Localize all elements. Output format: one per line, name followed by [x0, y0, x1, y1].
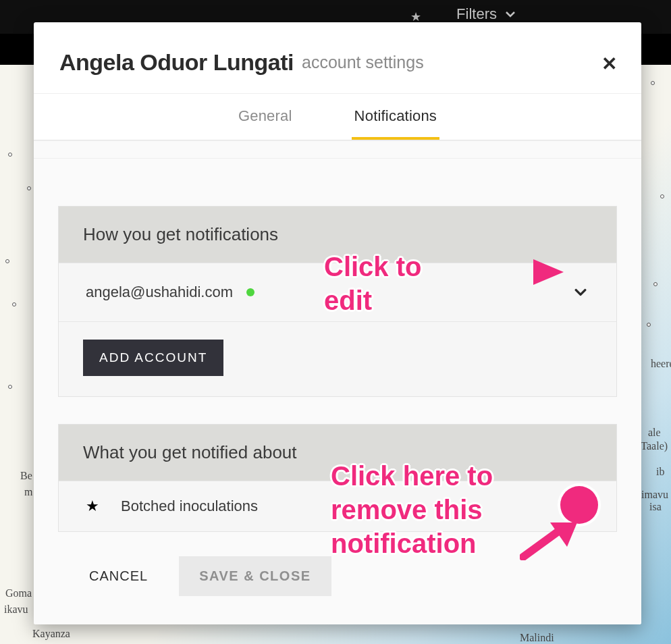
map-dot [651, 81, 655, 85]
user-name: Angela Oduor Lungati [59, 49, 294, 76]
tabs: General Notifications [34, 93, 641, 140]
tab-general[interactable]: General [236, 94, 295, 140]
map-dot [27, 186, 31, 190]
save-close-button[interactable]: SAVE & CLOSE [179, 556, 331, 596]
notification-topic-label: Botched inoculations [121, 498, 258, 515]
panel-title: How you get notifications [59, 207, 616, 263]
add-account-row: ADD ACCOUNT [59, 321, 616, 396]
map-dot [8, 385, 12, 389]
chevron-down-icon [505, 9, 516, 20]
notification-topic-row: ★ Botched inoculations ✕ [59, 481, 616, 531]
panel-what-notified: What you get notified about ★ Botched in… [58, 424, 617, 532]
expand-account-chevron-icon[interactable] [574, 286, 587, 298]
remove-notification-icon[interactable]: ✕ [565, 499, 580, 514]
add-account-button[interactable]: ADD ACCOUNT [83, 340, 223, 376]
cancel-button[interactable]: CANCEL [82, 559, 155, 593]
modal-header: Angela Oduor Lungati account settings ✕ [34, 22, 641, 93]
status-active-icon [246, 288, 254, 296]
modal-content: How you get notifications angela@ushahid… [34, 140, 641, 624]
modal-subtitle: account settings [302, 53, 424, 72]
close-icon[interactable]: ✕ [601, 55, 617, 74]
modal-actions: CANCEL SAVE & CLOSE [58, 532, 617, 596]
notification-account-row[interactable]: angela@ushahidi.com [59, 263, 616, 321]
account-email: angela@ushahidi.com [86, 284, 233, 301]
star-icon: ★ [86, 498, 99, 515]
panel-how-notifications: How you get notifications angela@ushahid… [58, 206, 617, 397]
panel-title: What you get notified about [59, 425, 616, 481]
map-dot [8, 153, 12, 157]
account-settings-modal: Angela Oduor Lungati account settings ✕ … [34, 22, 641, 624]
map-dot [12, 302, 16, 306]
tab-notifications[interactable]: Notifications [352, 94, 439, 140]
map-dot [660, 194, 664, 198]
map-dot [647, 323, 651, 327]
filters-menu[interactable]: Filters [456, 5, 516, 23]
filters-label: Filters [456, 5, 497, 23]
map-dot [653, 282, 657, 286]
map-dot [5, 259, 9, 263]
